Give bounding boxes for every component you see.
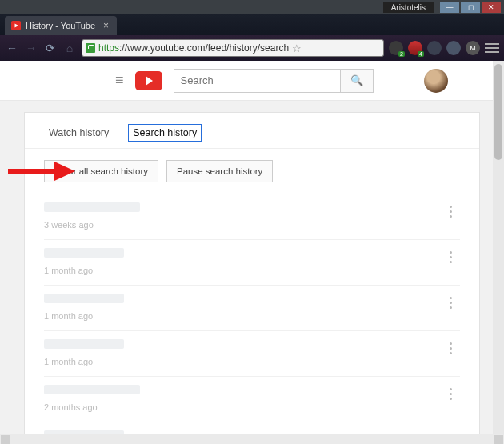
extension-icon[interactable]: [446, 41, 461, 55]
url-rest: ://www.youtube.com/feed/history/search: [119, 42, 289, 54]
history-item-date: 1 month ago: [44, 357, 460, 366]
history-item-list: 3 weeks ago 1 month ago 1 month ago 1 mo…: [25, 194, 479, 434]
scrollbar-thumb[interactable]: [494, 64, 502, 160]
window-maximize-button[interactable]: ◻: [461, 2, 480, 13]
extension-adblock-icon[interactable]: 4: [408, 41, 422, 55]
redacted-query: [44, 248, 124, 258]
history-item[interactable]: 1 month ago: [44, 285, 460, 330]
extension-icon[interactable]: [427, 41, 442, 55]
window-titlebar: Aristotelis — ◻ ✕: [0, 0, 504, 14]
url-scheme: https: [98, 42, 119, 54]
youtube-logo-icon[interactable]: [135, 71, 162, 90]
browser-toolbar: ← → ⟳ ⌂ https://www.youtube.com/feed/his…: [0, 35, 504, 61]
window-close-button[interactable]: ✕: [482, 2, 501, 13]
back-button[interactable]: ←: [5, 42, 19, 54]
browser-tab[interactable]: History - YouTube ×: [5, 16, 117, 35]
tab-search-history[interactable]: Search history: [128, 124, 202, 142]
history-tabs: Watch history Search history: [25, 113, 479, 149]
scroll-left-button[interactable]: [1, 435, 10, 444]
history-item-date: 1 month ago: [44, 311, 460, 321]
window-user-label: Aristotelis: [383, 2, 434, 13]
lock-icon: [86, 43, 95, 53]
tab-watch-history[interactable]: Watch history: [44, 124, 114, 148]
item-menu-icon[interactable]: [443, 246, 458, 268]
pause-search-history-button[interactable]: Pause search history: [166, 160, 273, 182]
bookmark-star-icon[interactable]: ☆: [292, 42, 302, 54]
page-viewport: ≡ 🔍 Watch history Search history Clear a…: [0, 61, 504, 434]
avatar[interactable]: [424, 69, 448, 93]
item-menu-icon[interactable]: [443, 292, 458, 314]
redacted-query: [44, 385, 140, 394]
guide-menu-icon[interactable]: ≡: [112, 69, 127, 92]
home-button[interactable]: ⌂: [62, 42, 77, 54]
close-tab-icon[interactable]: ×: [103, 20, 109, 31]
item-menu-icon[interactable]: [443, 201, 458, 222]
history-item[interactable]: 1 month ago: [44, 330, 460, 376]
history-item[interactable]: 2 months ago: [44, 376, 460, 422]
browser-tab-title: History - YouTube: [26, 21, 95, 30]
window-minimize-button[interactable]: —: [440, 2, 459, 13]
history-item-date: 3 weeks ago: [44, 220, 460, 230]
history-item-date: 2 months ago: [44, 402, 460, 412]
history-item[interactable]: 1 month ago: [44, 239, 460, 285]
reload-button[interactable]: ⟳: [43, 42, 58, 54]
history-panel: Watch history Search history Clear all s…: [24, 112, 480, 434]
clear-all-search-history-button[interactable]: Clear all search history: [44, 160, 158, 182]
address-bar[interactable]: https://www.youtube.com/feed/history/sea…: [82, 39, 384, 57]
history-item[interactable]: 3 weeks ago: [44, 194, 460, 239]
youtube-header: ≡ 🔍: [0, 61, 504, 101]
search-button[interactable]: 🔍: [340, 69, 374, 93]
browser-tabstrip: History - YouTube ×: [0, 14, 504, 35]
vertical-scrollbar[interactable]: [493, 61, 504, 434]
search-input[interactable]: [174, 69, 340, 93]
magnify-icon: 🔍: [350, 74, 363, 86]
history-item-date: 1 month ago: [44, 266, 460, 275]
redacted-query: [44, 202, 140, 212]
redacted-query: [44, 294, 124, 303]
extension-mega-icon[interactable]: M: [466, 41, 480, 55]
browser-menu-icon[interactable]: [485, 43, 499, 53]
item-menu-icon[interactable]: [443, 338, 458, 359]
extension-icon[interactable]: 2: [389, 41, 403, 55]
youtube-favicon-icon: [11, 21, 21, 30]
redacted-query: [44, 339, 124, 349]
horizontal-scrollbar[interactable]: [0, 434, 504, 444]
scroll-right-button[interactable]: [494, 435, 503, 444]
history-item[interactable]: 2 months ago: [44, 422, 460, 434]
item-menu-icon[interactable]: [443, 383, 458, 405]
forward-button[interactable]: →: [24, 42, 38, 54]
